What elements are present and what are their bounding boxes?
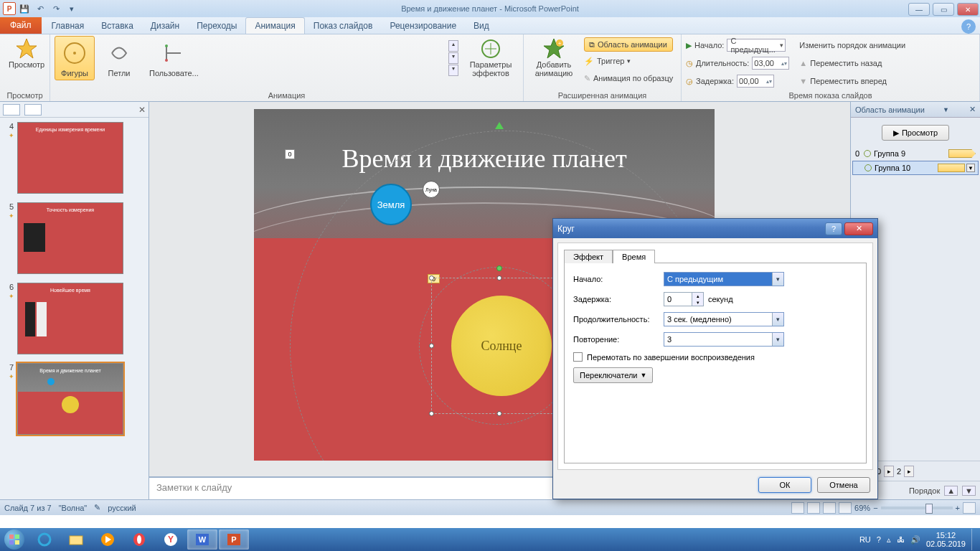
reorder-up-icon[interactable]: ▲ [944,486,958,496]
anim-item-menu[interactable]: ▼ [966,164,975,172]
taskbar-wmp[interactable] [93,529,123,550]
resize-handle[interactable] [429,344,434,349]
start-button[interactable] [0,528,29,551]
tab-insert[interactable]: Вставка [93,18,142,34]
slides-tab[interactable] [3,104,20,116]
dlg-start-combo[interactable]: С предыдущим▾ [664,272,784,286]
animation-pane-close[interactable]: ✕ [967,105,976,114]
tray-help-icon[interactable]: ? [877,535,881,544]
effect-shapes[interactable]: Фигуры [55,36,95,80]
undo-icon[interactable]: ↶ [33,1,47,16]
zoom-slider[interactable] [881,507,953,509]
dlg-triggers-button[interactable]: Переключатели▼ [573,367,653,383]
shape-earth[interactable]: Земля [370,184,412,225]
resize-handle[interactable] [497,276,502,281]
zoom-out-icon[interactable]: − [873,504,877,512]
taskbar-opera[interactable] [124,529,154,550]
animation-pane-button[interactable]: ⧉ Область анимации [584,37,673,52]
anim-item-group9[interactable]: 0 Группа 9 [852,146,979,161]
taskbar-yandex[interactable]: Y [156,529,186,550]
thumbnails-close[interactable]: ✕ [138,105,146,115]
tray-network-icon[interactable]: 🖧 [897,535,905,544]
show-desktop-button[interactable] [971,529,977,550]
effect-loops[interactable]: Петли [99,36,139,80]
anim-tag-group9[interactable]: 0 [285,149,295,159]
dialog-tab-time[interactable]: Время [613,250,655,263]
resize-handle[interactable] [497,411,502,416]
zoom-value[interactable]: 69% [854,504,870,512]
seconds-next2[interactable]: ▸ [904,466,914,477]
dlg-duration-combo[interactable]: 3 сек. (медленно)▾ [664,312,784,326]
file-tab[interactable]: Файл [0,17,42,34]
slide-thumb-4[interactable]: 4✦ Единицы измерения времени [6,122,143,194]
delay-input[interactable]: 00,00▴▾ [737,75,774,88]
normal-view-button[interactable] [791,502,804,514]
taskbar-ie[interactable] [29,529,60,550]
anim-item-group10[interactable]: Группа 10 ▼ [852,161,979,175]
chevron-down-icon[interactable]: ▾ [772,313,783,326]
taskbar-explorer[interactable] [61,529,91,550]
tray-volume-icon[interactable]: 🔊 [910,535,920,545]
tray-clock[interactable]: 15:12 02.05.2019 [926,531,966,548]
dlg-repeat-combo[interactable]: 3▾ [664,332,784,347]
start-combo[interactable]: С предыдущ... [727,39,786,52]
seconds-next[interactable]: ▸ [884,466,894,477]
redo-icon[interactable]: ↷ [49,1,63,16]
tab-animation[interactable]: Анимация [245,17,304,34]
zoom-in-icon[interactable]: + [956,504,960,512]
rotate-handle[interactable] [496,265,502,271]
pane-dropdown-icon[interactable]: ▼ [943,106,949,113]
outline-tab[interactable] [24,104,42,116]
reading-view-button[interactable] [823,502,836,514]
close-button[interactable]: ✕ [957,3,979,16]
effect-custom[interactable]: Пользовате... [143,36,204,80]
dialog-title-bar[interactable]: Круг ? ✕ [553,219,877,238]
dialog-tab-effect[interactable]: Эффект [564,250,613,263]
resize-handle[interactable] [429,411,434,416]
dlg-rewind-checkbox[interactable] [573,352,583,362]
trigger-button[interactable]: ⚡ Триггер ▾ [584,53,673,69]
tray-lang[interactable]: RU [859,535,871,544]
chevron-down-icon[interactable]: ▾ [772,273,783,286]
slide-thumb-5[interactable]: 5✦ Точность измерения [6,202,143,274]
qat-dropdown-icon[interactable]: ▾ [65,1,79,16]
effect-options-button[interactable]: Параметры эффектов [463,36,519,79]
resize-handle[interactable] [429,276,434,281]
fit-to-window-button[interactable] [963,502,976,514]
save-icon[interactable]: 💾 [17,1,32,16]
help-button[interactable]: ? [961,19,976,34]
tab-home[interactable]: Главная [43,18,93,34]
add-animation-button[interactable]: + Добавить анимацию [528,36,580,79]
animation-pane-preview[interactable]: ▶ Просмотр [882,125,949,141]
reorder-down-icon[interactable]: ▼ [962,486,976,496]
slide-thumb-6[interactable]: 6✦ Новейшее время [6,283,143,354]
shape-sun[interactable]: Солнце [451,296,552,396]
tab-slideshow[interactable]: Показ слайдов [305,18,382,34]
app-icon[interactable]: P [3,2,16,15]
preview-button[interactable]: Просмотр [4,36,49,70]
shape-moon[interactable]: Луна [423,181,440,198]
maximize-button[interactable]: ▭ [933,3,954,16]
gallery-scroll[interactable]: ▴ ▾ ▾ [448,40,458,76]
dialog-help-button[interactable]: ? [825,222,842,235]
tab-review[interactable]: Рецензирование [381,18,465,34]
minimize-button[interactable]: — [908,3,930,16]
chevron-down-icon[interactable]: ▾ [772,333,783,346]
thumbnail-list[interactable]: 4✦ Единицы измерения времени 5✦ Точность… [0,118,149,499]
tab-view[interactable]: Вид [465,18,498,34]
dialog-ok-button[interactable]: ОК [758,477,811,493]
dialog-cancel-button[interactable]: Отмена [817,477,870,493]
taskbar-powerpoint[interactable]: P [219,529,249,550]
tab-transitions[interactable]: Переходы [188,18,245,34]
duration-input[interactable]: 03,00▴▾ [752,57,789,70]
tray-flag-icon[interactable]: ▵ [887,535,891,545]
language[interactable]: русский [108,504,136,512]
dlg-delay-input[interactable]: 0▴▾ [664,292,704,306]
slide-thumb-7[interactable]: 7✦ Время и движение планет [6,363,143,435]
tab-design[interactable]: Дизайн [142,18,188,34]
spellcheck-icon[interactable]: ✎ [94,503,100,512]
slideshow-view-button[interactable] [839,502,852,514]
taskbar-word[interactable]: W [187,529,217,550]
dialog-close-button[interactable]: ✕ [844,222,873,235]
sorter-view-button[interactable] [807,502,820,514]
